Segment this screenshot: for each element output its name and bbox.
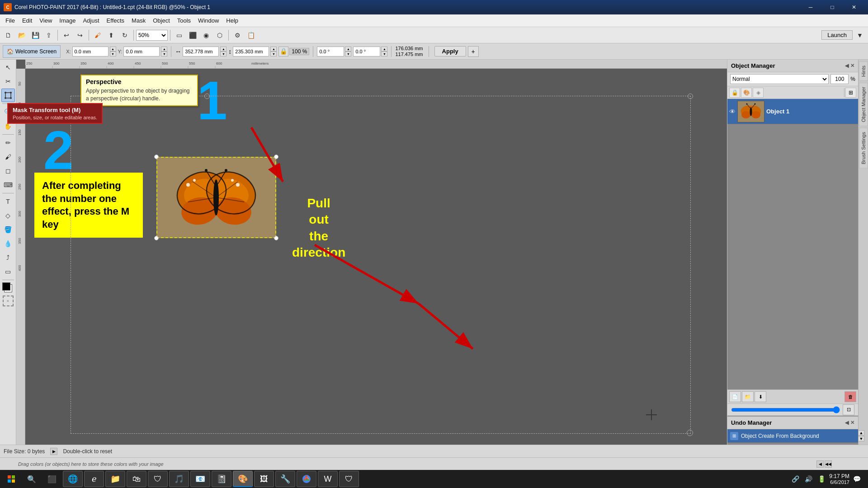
- open-button[interactable]: 📂: [15, 29, 28, 42]
- taskbar-chrome[interactable]: [297, 471, 316, 487]
- height-spinner[interactable]: ▲ ▼: [270, 47, 277, 56]
- panel-collapse-btn[interactable]: ◀: [845, 63, 849, 69]
- transform-button[interactable]: ⬆: [105, 29, 118, 42]
- taskbar-edge[interactable]: 🌐: [63, 471, 83, 487]
- eyedropper-tool[interactable]: 💧: [1, 237, 15, 250]
- taskbar-onenote[interactable]: 📓: [212, 471, 231, 487]
- pen-tool[interactable]: ✏: [1, 136, 15, 150]
- handle-tr[interactable]: [274, 155, 278, 159]
- text-tool[interactable]: T: [1, 195, 15, 208]
- paint-button[interactable]: 🖌: [91, 29, 104, 42]
- perspective-handle-br[interactable]: [687, 430, 693, 436]
- menu-mask[interactable]: Mask: [128, 16, 149, 25]
- shadow-tool[interactable]: ▭: [1, 265, 15, 278]
- angle-spinner[interactable]: ▲ ▼: [345, 47, 351, 56]
- angle-input[interactable]: [317, 47, 344, 56]
- new-button[interactable]: 🗋: [2, 29, 14, 42]
- eraser-tool[interactable]: ◻: [1, 164, 15, 178]
- taskbar-word[interactable]: W: [318, 471, 338, 487]
- handle-bl[interactable]: [154, 236, 159, 240]
- doc-btn[interactable]: 📋: [245, 29, 257, 42]
- welcome-screen-tab[interactable]: 🏠 Welcome Screen: [3, 45, 61, 58]
- x-spinner[interactable]: ▲ ▼: [110, 47, 116, 56]
- menu-tools[interactable]: Tools: [174, 16, 194, 25]
- scroll-left-btn[interactable]: ◀: [816, 460, 824, 468]
- taskbar-corel[interactable]: 🎨: [233, 471, 253, 487]
- angle2-input[interactable]: [353, 47, 380, 56]
- status-expand-btn[interactable]: ▶: [50, 448, 57, 455]
- menu-file[interactable]: File: [2, 16, 19, 25]
- scroll-right-btn[interactable]: ◀◀: [825, 460, 832, 468]
- titlebar-controls[interactable]: ─ □ ✕: [800, 0, 864, 14]
- shape-tool[interactable]: ◇: [1, 209, 15, 222]
- taskbar-store[interactable]: 🛍: [127, 471, 146, 487]
- a-up[interactable]: ▲: [345, 47, 351, 52]
- opacity-slider[interactable]: [731, 406, 840, 413]
- lock-aspect-button[interactable]: 🔒: [278, 47, 288, 56]
- volume-icon[interactable]: 🔊: [803, 474, 814, 483]
- opacity-input[interactable]: [830, 74, 849, 84]
- launch-dropdown[interactable]: ▼: [854, 29, 866, 42]
- hints-tab[interactable]: Hints: [859, 61, 868, 81]
- brush-settings-tab[interactable]: Brush Settings: [859, 128, 868, 169]
- mask-btn2[interactable]: ⬛: [186, 29, 199, 42]
- task-view-button[interactable]: ⬛: [42, 471, 61, 487]
- minimize-button[interactable]: ─: [800, 0, 821, 14]
- mask-btn1[interactable]: ▭: [173, 29, 185, 42]
- maximize-button[interactable]: □: [822, 0, 843, 14]
- opacity-end-btn[interactable]: ⊡: [843, 404, 854, 415]
- undo-row-1[interactable]: ⊞ Object Create From Background ▲ ▼: [727, 429, 858, 443]
- pick-tool[interactable]: ↖: [1, 61, 15, 74]
- a-down[interactable]: ▼: [345, 52, 351, 56]
- mask-btn3[interactable]: ◉: [200, 29, 212, 42]
- h-down[interactable]: ▼: [270, 52, 277, 56]
- menu-effects[interactable]: Effects: [103, 16, 128, 25]
- color-swatches[interactable]: [1, 282, 15, 295]
- height-input[interactable]: [233, 47, 269, 56]
- zoom-select[interactable]: 50%100%200%: [136, 30, 168, 41]
- channels-button[interactable]: 🎨: [741, 88, 752, 98]
- clock[interactable]: 9:17 PM 6/6/2017: [829, 473, 849, 485]
- visibility-toggle-1[interactable]: 👁: [729, 108, 736, 115]
- width-input[interactable]: [183, 47, 219, 56]
- redo-button[interactable]: ↪: [74, 29, 86, 42]
- taskbar-ie[interactable]: ℯ: [84, 471, 104, 487]
- taskbar-explorer[interactable]: 📁: [105, 471, 125, 487]
- panel-close-btn[interactable]: ✕: [850, 63, 854, 69]
- crop-tool[interactable]: ✂: [1, 75, 15, 88]
- start-button[interactable]: [2, 471, 21, 487]
- network-icon[interactable]: 🔗: [790, 474, 801, 483]
- export-button[interactable]: ⇪: [42, 29, 55, 42]
- mask-channel-button[interactable]: ◈: [753, 88, 764, 98]
- object-manager-tab[interactable]: Object Manager: [859, 83, 868, 126]
- undo-close-btn[interactable]: ✕: [850, 420, 854, 426]
- warp-tool[interactable]: ⤴: [1, 251, 15, 264]
- x-input[interactable]: [72, 47, 108, 56]
- taskbar-outlook[interactable]: 📧: [190, 471, 210, 487]
- menu-adjust[interactable]: Adjust: [79, 16, 103, 25]
- new-layer-btn[interactable]: 📄: [729, 391, 741, 402]
- taskbar-antivirus2[interactable]: 🛡: [339, 471, 359, 487]
- w-up[interactable]: ▲: [220, 47, 226, 52]
- save-button[interactable]: 💾: [29, 29, 42, 42]
- battery-icon[interactable]: 🔋: [816, 474, 827, 483]
- a2-up[interactable]: ▲: [381, 47, 387, 52]
- new-group-btn[interactable]: 📁: [742, 391, 754, 402]
- settings-btn[interactable]: ⚙: [231, 29, 244, 42]
- x-up[interactable]: ▲: [110, 47, 116, 52]
- perspective-handle-tr[interactable]: [688, 94, 693, 99]
- undo-collapse-btn[interactable]: ◀: [845, 420, 849, 426]
- undo-button[interactable]: ↩: [60, 29, 73, 42]
- width-spinner[interactable]: ▲ ▼: [220, 47, 226, 56]
- handle-br[interactable]: [274, 236, 278, 240]
- menu-object[interactable]: Object: [149, 16, 174, 25]
- fill-tool[interactable]: 🪣: [1, 223, 15, 236]
- launch-button[interactable]: Launch: [821, 30, 853, 40]
- transform-tool[interactable]: [1, 89, 15, 102]
- angle2-spinner[interactable]: ▲ ▼: [381, 47, 387, 56]
- object-row-1[interactable]: 👁: [727, 99, 858, 124]
- y-input[interactable]: [123, 47, 160, 56]
- add-button[interactable]: +: [468, 46, 479, 57]
- y-spinner[interactable]: ▲ ▼: [161, 47, 167, 56]
- close-button[interactable]: ✕: [844, 0, 864, 14]
